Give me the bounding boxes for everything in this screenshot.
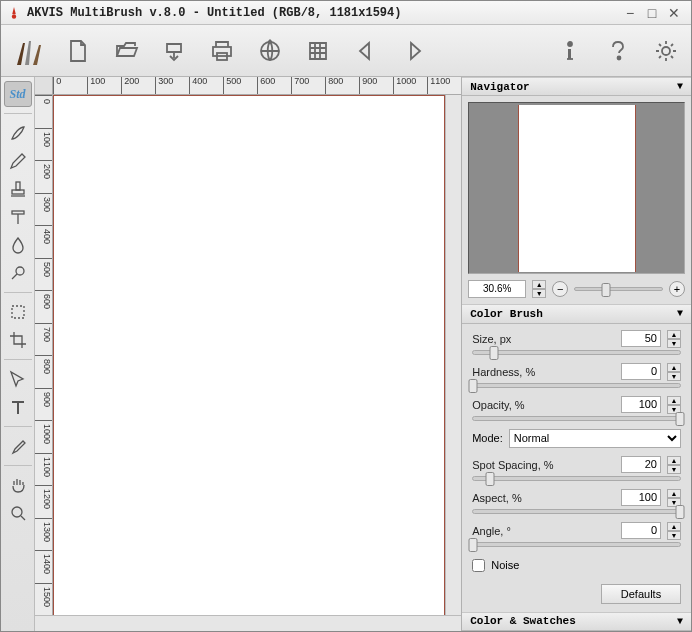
forward-button[interactable] [397,34,431,68]
defaults-button[interactable]: Defaults [601,584,681,604]
svg-point-0 [12,14,16,18]
settings-button[interactable] [649,34,683,68]
brush-panel: Size, px 50 ▲▼ Hardness, % 0 ▲▼ Opacity,… [462,324,691,612]
new-button[interactable] [61,34,95,68]
scrollbar-horizontal[interactable] [35,615,461,631]
minimize-button[interactable]: − [619,4,641,22]
svg-rect-8 [12,190,24,194]
size-input[interactable]: 50 [621,330,661,347]
crop-tool[interactable] [4,327,32,353]
aspect-label: Aspect, % [472,492,615,504]
hardness-input[interactable]: 0 [621,363,661,380]
zoom-input[interactable]: 30.6% [468,280,526,298]
pencil-tool[interactable] [4,148,32,174]
spot-input[interactable]: 20 [621,456,661,473]
help-button[interactable] [601,34,635,68]
back-button[interactable] [349,34,383,68]
opacity-label: Opacity, % [472,399,615,411]
svg-rect-9 [12,211,24,214]
swatches-header[interactable]: Color & Swatches ▼ [462,612,691,631]
opacity-slider[interactable] [472,416,681,421]
spot-label: Spot Spacing, % [472,459,615,471]
svg-point-4 [568,42,572,46]
svg-point-10 [16,267,24,275]
hardness-slider[interactable] [472,383,681,388]
svg-rect-11 [12,306,24,318]
save-button[interactable] [157,34,191,68]
ruler-vertical: 0100200300400500600700800900100011001200… [35,95,53,615]
zoom-in-button[interactable]: + [669,281,685,297]
aspect-input[interactable]: 100 [621,489,661,506]
dodge-tool[interactable] [4,260,32,286]
brush-header[interactable]: Color Brush ▼ [462,304,691,323]
opacity-input[interactable]: 100 [621,396,661,413]
zoom-out-button[interactable]: − [552,281,568,297]
text-tool[interactable] [4,394,32,420]
ruler-horizontal: 010020030040050060070080090010001100 [35,77,461,95]
left-tool-strip: Std [1,77,35,631]
move-tool[interactable] [4,366,32,392]
window-title: AKVIS MultiBrush v.8.0 - Untitled (RGB/8… [27,6,619,20]
angle-label: Angle, ° [472,525,615,537]
std-preset-button[interactable]: Std [4,81,32,107]
history-brush-tool[interactable] [4,204,32,230]
swatches-title: Color & Swatches [470,615,576,627]
navigator-title: Navigator [470,81,529,93]
zoom-tool[interactable] [4,500,32,526]
hand-tool[interactable] [4,472,32,498]
spot-slider[interactable] [472,476,681,481]
brushes-icon [9,29,47,73]
svg-point-12 [12,507,22,517]
angle-slider[interactable] [472,542,681,547]
svg-point-6 [662,47,670,55]
brush-title: Color Brush [470,308,543,320]
print-button[interactable] [205,34,239,68]
title-bar: AKVIS MultiBrush v.8.0 - Untitled (RGB/8… [1,1,691,25]
navigator-header[interactable]: Navigator ▼ [462,77,691,96]
navigator-preview[interactable] [468,102,685,274]
angle-input[interactable]: 0 [621,522,661,539]
main-toolbar [1,25,691,77]
hardness-label: Hardness, % [472,366,615,378]
open-button[interactable] [109,34,143,68]
noise-checkbox[interactable] [472,559,485,572]
collapse-icon[interactable]: ▼ [677,81,683,92]
svg-point-5 [618,56,621,59]
canvas-area: 010020030040050060070080090010001100 010… [35,77,461,631]
share-button[interactable] [253,34,287,68]
svg-rect-1 [213,47,231,56]
maximize-button[interactable]: □ [641,4,663,22]
zoom-slider[interactable] [574,287,663,291]
close-button[interactable]: ✕ [663,4,685,22]
app-icon [7,6,21,20]
marquee-tool[interactable] [4,299,32,325]
right-panels: Navigator ▼ 30.6% ▲▼ − + Color Brush ▼ S… [461,77,691,631]
brush-tool[interactable] [4,120,32,146]
size-label: Size, px [472,333,615,345]
svg-rect-7 [16,182,20,190]
size-stepper[interactable]: ▲▼ [667,330,681,348]
hardness-stepper[interactable]: ▲▼ [667,363,681,381]
mode-select[interactable]: Normal [509,429,681,448]
stamp-tool[interactable] [4,176,32,202]
noise-label: Noise [491,559,519,571]
zoom-stepper[interactable]: ▲▼ [532,280,546,298]
scrollbar-vertical[interactable] [445,95,461,615]
collapse-icon[interactable]: ▼ [677,616,683,627]
blur-tool[interactable] [4,232,32,258]
spot-stepper[interactable]: ▲▼ [667,456,681,474]
collapse-icon[interactable]: ▼ [677,308,683,319]
info-button[interactable] [553,34,587,68]
size-slider[interactable] [472,350,681,355]
eyedropper-tool[interactable] [4,433,32,459]
grid-button[interactable] [301,34,335,68]
aspect-slider[interactable] [472,509,681,514]
mode-label: Mode: [472,432,503,444]
document-canvas[interactable] [53,95,445,615]
angle-stepper[interactable]: ▲▼ [667,522,681,540]
